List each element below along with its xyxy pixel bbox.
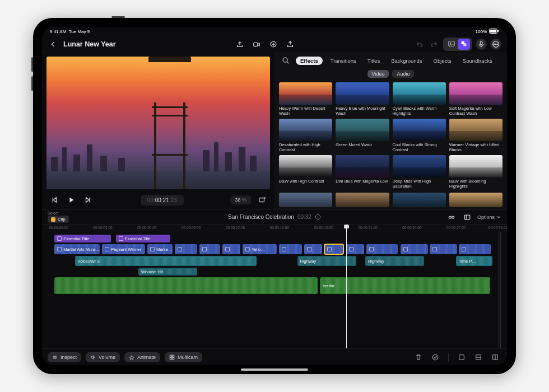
effect-thumb[interactable]: Dim Blue with Magenta Low [336, 155, 389, 189]
effect-thumb[interactable] [336, 193, 389, 207]
layout-3-icon[interactable] [489, 351, 501, 363]
timeline-clip[interactable]: Martial Arts Mura… [54, 244, 100, 254]
effect-thumb[interactable]: B&W with High Contrast [279, 155, 332, 189]
timeline-clip[interactable] [279, 244, 302, 254]
svg-point-14 [497, 44, 497, 44]
export-icon[interactable] [234, 39, 245, 50]
camera-icon[interactable] [251, 39, 262, 50]
multicam-button[interactable]: Multicam [165, 352, 202, 362]
playhead-line[interactable] [346, 232, 347, 348]
timeline-tracks[interactable]: Essential TitleEssential Title Martial A… [42, 232, 507, 348]
timeline-ruler[interactable]: 00:00:00:0000:00:03:0000:00:06:0000:00:0… [42, 225, 507, 232]
clip-chip[interactable]: Clip [48, 216, 69, 223]
subtab-audio[interactable]: Audio [392, 70, 414, 78]
timecode-display[interactable]: 00:00:21:23 [141, 195, 184, 206]
undo-icon[interactable] [414, 39, 425, 50]
timeline-clip[interactable]: Pageant Winner [102, 244, 145, 254]
effect-thumb[interactable] [393, 193, 446, 207]
timeline-clip[interactable] [366, 244, 398, 254]
browser-mode-toggle[interactable] [443, 38, 472, 51]
effect-label: Cyan Blacks with Warm Highlights [393, 106, 446, 116]
info-icon[interactable] [315, 214, 321, 220]
ruler-tick: 00:00:15:00 [270, 226, 289, 230]
effect-thumb[interactable]: B&W with Blooming Highlights [449, 155, 503, 189]
layout-2-icon[interactable] [472, 351, 485, 363]
effect-thumb[interactable] [449, 193, 503, 207]
timeline-clip[interactable]: Voiceover 3 [75, 256, 257, 266]
timeline-clip[interactable] [175, 244, 198, 254]
tab-backgrounds[interactable]: Backgrounds [388, 57, 425, 65]
tab-titles[interactable]: Titles [364, 57, 383, 65]
tab-effects[interactable]: Effects [296, 57, 323, 65]
tab-transitions[interactable]: Transitions [327, 57, 360, 65]
prev-frame-button[interactable] [49, 194, 60, 206]
timeline-clip[interactable]: Yello… [243, 244, 277, 254]
timeline-index-icon[interactable] [462, 212, 473, 223]
magnetic-icon[interactable] [446, 212, 457, 223]
effect-thumb[interactable]: Heavy Warm with Desert Wash [279, 82, 332, 116]
battery-text: 100% [476, 29, 487, 34]
enable-disable-icon[interactable] [429, 351, 441, 363]
timeline-clip[interactable] [324, 244, 343, 254]
timeline-clip[interactable] [346, 244, 364, 254]
effect-thumb[interactable]: Warmer Vintage with Lifted Blacks [449, 119, 503, 153]
viewer-canvas[interactable] [46, 57, 270, 189]
more-icon[interactable] [490, 39, 501, 50]
effect-thumb[interactable]: Green Muted Wash [336, 119, 389, 153]
redo-icon[interactable] [429, 39, 440, 50]
share-icon[interactable] [285, 39, 296, 50]
svg-point-17 [283, 58, 287, 62]
svg-rect-23 [173, 355, 174, 357]
ruler-tick: 00:00:21:00 [358, 226, 377, 230]
tab-soundtracks[interactable]: Soundtracks [459, 57, 496, 65]
zoom-level[interactable]: 38 % [230, 195, 251, 204]
project-title: Lunar New Year [63, 40, 116, 48]
content-browser: Effects Transitions Titles Backgrounds O… [274, 53, 507, 209]
timeline-clip[interactable]: Whoosh Hit [138, 268, 197, 276]
mic-icon[interactable] [476, 39, 487, 50]
effect-thumb[interactable]: Soft Magenta with Low Contrast Wash [449, 82, 503, 116]
timeline-clip[interactable]: Marke… [147, 244, 173, 254]
timeline-clip[interactable]: Inertia [320, 277, 490, 294]
timeline-clip[interactable]: Essential Title [116, 235, 170, 242]
transport-controls: 00:00:21:23 38 % [42, 190, 274, 209]
subtab-video[interactable]: Video [367, 70, 389, 78]
effect-label: B&W with Blooming Highlights [449, 179, 503, 189]
search-icon[interactable] [280, 55, 291, 66]
timeline-clip[interactable] [222, 244, 240, 254]
timeline-clip[interactable]: Essential Title [54, 235, 111, 242]
timeline-clip[interactable] [459, 244, 491, 254]
options-menu[interactable]: Options [477, 214, 501, 220]
effect-thumb[interactable]: Cyan Blacks with Warm Highlights [393, 82, 446, 116]
timeline-clip[interactable]: Highway [365, 256, 424, 266]
inspect-button[interactable]: Inspect [48, 352, 81, 362]
effect-thumb[interactable]: Heavy Blue with Moonlight Wash [336, 82, 389, 116]
voiceover-icon[interactable] [268, 39, 279, 50]
lane-dialog: Voiceover 3HighwayHighwayTime P… [48, 256, 501, 266]
svg-rect-15 [259, 198, 264, 202]
timeline-clip[interactable]: Highway [297, 256, 356, 266]
timeline-clip[interactable] [54, 277, 318, 294]
effect-thumb[interactable]: Desaturated with High Contrast [279, 119, 332, 153]
volume-button[interactable]: Volume [86, 352, 120, 362]
effect-thumb[interactable]: Cool Blacks with Strong Contrast [393, 119, 446, 153]
animate-button[interactable]: Animate [124, 352, 160, 362]
tab-objects[interactable]: Objects [430, 57, 455, 65]
svg-rect-24 [170, 357, 171, 359]
trash-icon[interactable] [412, 351, 425, 363]
svg-point-19 [449, 216, 451, 218]
timeline-clip[interactable] [199, 244, 220, 254]
effect-thumb[interactable] [279, 193, 332, 207]
next-frame-button[interactable] [82, 194, 94, 206]
timeline-clip[interactable] [304, 244, 322, 254]
play-button[interactable] [66, 194, 77, 206]
effect-thumb[interactable]: Deep Mids with High Saturation [393, 155, 446, 189]
timeline-clip[interactable] [430, 244, 457, 254]
layout-1-icon[interactable] [455, 351, 468, 363]
view-options-icon[interactable] [257, 194, 268, 206]
media-mode-icon[interactable] [445, 39, 458, 50]
timeline-clip[interactable]: Time P… [456, 256, 492, 266]
back-button[interactable] [48, 39, 59, 50]
effects-mode-icon[interactable] [458, 39, 470, 50]
timeline-clip[interactable] [401, 244, 428, 254]
